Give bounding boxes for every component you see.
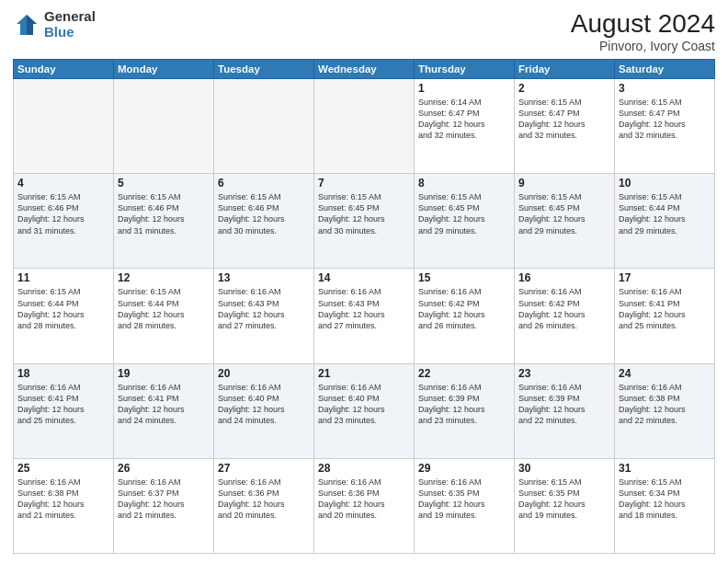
calendar-cell xyxy=(14,79,114,174)
calendar-week-row: 25Sunrise: 6:16 AM Sunset: 6:38 PM Dayli… xyxy=(14,458,715,553)
day-number: 11 xyxy=(17,271,109,284)
day-number: 4 xyxy=(17,177,109,190)
calendar-cell: 15Sunrise: 6:16 AM Sunset: 6:42 PM Dayli… xyxy=(415,269,515,363)
weekday-header-row: SundayMondayTuesdayWednesdayThursdayFrid… xyxy=(14,60,715,79)
day-number: 13 xyxy=(218,271,310,284)
day-number: 18 xyxy=(17,367,109,380)
day-number: 9 xyxy=(518,177,610,190)
day-info: Sunrise: 6:15 AM Sunset: 6:44 PM Dayligh… xyxy=(118,286,210,331)
day-number: 28 xyxy=(318,462,410,475)
calendar-cell: 30Sunrise: 6:15 AM Sunset: 6:35 PM Dayli… xyxy=(515,458,615,553)
calendar-cell: 8Sunrise: 6:15 AM Sunset: 6:45 PM Daylig… xyxy=(415,174,515,269)
calendar-week-row: 4Sunrise: 6:15 AM Sunset: 6:46 PM Daylig… xyxy=(14,174,715,269)
day-number: 5 xyxy=(118,177,210,190)
weekday-header-thursday: Thursday xyxy=(415,60,515,79)
day-info: Sunrise: 6:16 AM Sunset: 6:39 PM Dayligh… xyxy=(418,382,510,427)
day-info: Sunrise: 6:15 AM Sunset: 6:45 PM Dayligh… xyxy=(518,191,610,236)
day-info: Sunrise: 6:16 AM Sunset: 6:41 PM Dayligh… xyxy=(118,382,210,427)
day-number: 3 xyxy=(619,82,711,95)
title-area: August 2024 Pinvoro, Ivory Coast xyxy=(571,9,715,53)
day-info: Sunrise: 6:15 AM Sunset: 6:45 PM Dayligh… xyxy=(418,191,510,236)
day-info: Sunrise: 6:15 AM Sunset: 6:44 PM Dayligh… xyxy=(17,286,109,331)
day-number: 27 xyxy=(218,462,310,475)
day-number: 1 xyxy=(418,82,510,95)
calendar-cell: 19Sunrise: 6:16 AM Sunset: 6:41 PM Dayli… xyxy=(114,363,214,458)
day-info: Sunrise: 6:16 AM Sunset: 6:43 PM Dayligh… xyxy=(318,286,410,331)
day-number: 16 xyxy=(518,271,610,284)
weekday-header-friday: Friday xyxy=(515,60,615,79)
day-number: 7 xyxy=(318,177,410,190)
svg-marker-1 xyxy=(27,15,37,35)
day-info: Sunrise: 6:16 AM Sunset: 6:40 PM Dayligh… xyxy=(318,382,410,427)
day-info: Sunrise: 6:16 AM Sunset: 6:37 PM Dayligh… xyxy=(118,477,210,522)
calendar-cell: 6Sunrise: 6:15 AM Sunset: 6:46 PM Daylig… xyxy=(214,174,314,269)
page-subtitle: Pinvoro, Ivory Coast xyxy=(571,39,715,53)
day-number: 2 xyxy=(518,82,610,95)
calendar-cell: 24Sunrise: 6:16 AM Sunset: 6:38 PM Dayli… xyxy=(615,363,715,458)
day-number: 25 xyxy=(17,462,109,475)
day-info: Sunrise: 6:15 AM Sunset: 6:44 PM Dayligh… xyxy=(619,191,711,236)
calendar-cell: 7Sunrise: 6:15 AM Sunset: 6:45 PM Daylig… xyxy=(314,174,415,269)
calendar-week-row: 1Sunrise: 6:14 AM Sunset: 6:47 PM Daylig… xyxy=(14,79,715,174)
day-number: 8 xyxy=(418,177,510,190)
calendar-cell: 13Sunrise: 6:16 AM Sunset: 6:43 PM Dayli… xyxy=(214,269,314,363)
calendar-cell: 10Sunrise: 6:15 AM Sunset: 6:44 PM Dayli… xyxy=(615,174,715,269)
weekday-header-sunday: Sunday xyxy=(14,60,114,79)
day-info: Sunrise: 6:16 AM Sunset: 6:41 PM Dayligh… xyxy=(619,286,711,331)
calendar-week-row: 11Sunrise: 6:15 AM Sunset: 6:44 PM Dayli… xyxy=(14,269,715,363)
calendar-cell: 14Sunrise: 6:16 AM Sunset: 6:43 PM Dayli… xyxy=(314,269,415,363)
day-info: Sunrise: 6:15 AM Sunset: 6:34 PM Dayligh… xyxy=(619,477,711,522)
day-number: 14 xyxy=(318,271,410,284)
calendar-cell: 9Sunrise: 6:15 AM Sunset: 6:45 PM Daylig… xyxy=(515,174,615,269)
day-info: Sunrise: 6:15 AM Sunset: 6:35 PM Dayligh… xyxy=(518,477,610,522)
calendar-cell: 23Sunrise: 6:16 AM Sunset: 6:39 PM Dayli… xyxy=(515,363,615,458)
calendar-cell: 31Sunrise: 6:15 AM Sunset: 6:34 PM Dayli… xyxy=(615,458,715,553)
logo-text: General Blue xyxy=(44,9,96,40)
day-number: 10 xyxy=(619,177,711,190)
page-title: August 2024 xyxy=(571,9,715,39)
day-info: Sunrise: 6:15 AM Sunset: 6:46 PM Dayligh… xyxy=(118,191,210,236)
calendar-cell: 21Sunrise: 6:16 AM Sunset: 6:40 PM Dayli… xyxy=(314,363,415,458)
calendar-cell: 3Sunrise: 6:15 AM Sunset: 6:47 PM Daylig… xyxy=(615,79,715,174)
day-info: Sunrise: 6:16 AM Sunset: 6:38 PM Dayligh… xyxy=(17,477,109,522)
calendar-cell xyxy=(214,79,314,174)
calendar-week-row: 18Sunrise: 6:16 AM Sunset: 6:41 PM Dayli… xyxy=(14,363,715,458)
calendar-cell: 26Sunrise: 6:16 AM Sunset: 6:37 PM Dayli… xyxy=(114,458,214,553)
day-info: Sunrise: 6:16 AM Sunset: 6:41 PM Dayligh… xyxy=(17,382,109,427)
logo-line2: Blue xyxy=(44,25,96,40)
day-number: 29 xyxy=(418,462,510,475)
calendar-cell: 5Sunrise: 6:15 AM Sunset: 6:46 PM Daylig… xyxy=(114,174,214,269)
calendar-cell: 2Sunrise: 6:15 AM Sunset: 6:47 PM Daylig… xyxy=(515,79,615,174)
day-number: 20 xyxy=(218,367,310,380)
weekday-header-wednesday: Wednesday xyxy=(314,60,415,79)
calendar-table: SundayMondayTuesdayWednesdayThursdayFrid… xyxy=(13,59,715,554)
calendar-cell: 18Sunrise: 6:16 AM Sunset: 6:41 PM Dayli… xyxy=(14,363,114,458)
day-number: 15 xyxy=(418,271,510,284)
day-info: Sunrise: 6:15 AM Sunset: 6:47 PM Dayligh… xyxy=(518,97,610,142)
calendar-cell: 16Sunrise: 6:16 AM Sunset: 6:42 PM Dayli… xyxy=(515,269,615,363)
calendar-cell: 28Sunrise: 6:16 AM Sunset: 6:36 PM Dayli… xyxy=(314,458,415,553)
day-info: Sunrise: 6:15 AM Sunset: 6:47 PM Dayligh… xyxy=(619,97,711,142)
day-info: Sunrise: 6:16 AM Sunset: 6:42 PM Dayligh… xyxy=(418,286,510,331)
calendar-cell: 4Sunrise: 6:15 AM Sunset: 6:46 PM Daylig… xyxy=(14,174,114,269)
calendar-cell: 12Sunrise: 6:15 AM Sunset: 6:44 PM Dayli… xyxy=(114,269,214,363)
weekday-header-tuesday: Tuesday xyxy=(214,60,314,79)
day-number: 23 xyxy=(518,367,610,380)
calendar-cell: 20Sunrise: 6:16 AM Sunset: 6:40 PM Dayli… xyxy=(214,363,314,458)
day-info: Sunrise: 6:16 AM Sunset: 6:36 PM Dayligh… xyxy=(218,477,310,522)
weekday-header-monday: Monday xyxy=(114,60,214,79)
logo: General Blue xyxy=(13,9,96,40)
calendar-cell: 27Sunrise: 6:16 AM Sunset: 6:36 PM Dayli… xyxy=(214,458,314,553)
calendar-cell: 29Sunrise: 6:16 AM Sunset: 6:35 PM Dayli… xyxy=(415,458,515,553)
day-info: Sunrise: 6:15 AM Sunset: 6:46 PM Dayligh… xyxy=(17,191,109,236)
day-info: Sunrise: 6:16 AM Sunset: 6:36 PM Dayligh… xyxy=(318,477,410,522)
day-number: 31 xyxy=(619,462,711,475)
weekday-header-saturday: Saturday xyxy=(615,60,715,79)
logo-line1: General xyxy=(44,9,96,25)
calendar-cell xyxy=(114,79,214,174)
logo-icon xyxy=(13,11,40,39)
day-number: 6 xyxy=(218,177,310,190)
day-info: Sunrise: 6:14 AM Sunset: 6:47 PM Dayligh… xyxy=(418,97,510,142)
page: General Blue August 2024 Pinvoro, Ivory … xyxy=(0,0,728,563)
calendar-cell xyxy=(314,79,415,174)
